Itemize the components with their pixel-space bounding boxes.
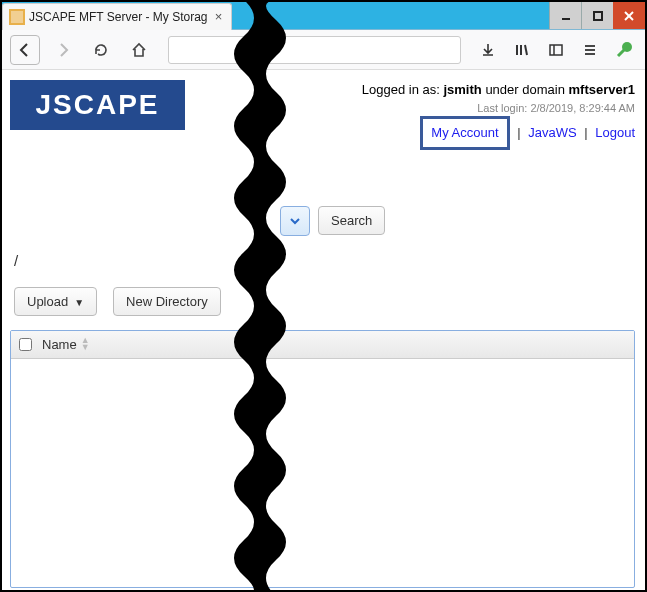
column-header-name-label: Name — [42, 337, 77, 352]
browser-tab[interactable]: JSCAPE MFT Server - My Storag × — [2, 3, 232, 30]
nav-back-button[interactable] — [10, 35, 40, 65]
column-header-name[interactable]: Name ▲▼ — [42, 337, 90, 352]
browser-toolbar — [2, 30, 645, 70]
action-row: Upload▼ New Directory — [10, 287, 635, 316]
svg-rect-9 — [550, 45, 562, 55]
breadcrumb: / — [10, 252, 635, 269]
new-directory-button[interactable]: New Directory — [113, 287, 221, 316]
login-domain: mftserver1 — [569, 82, 636, 97]
search-dropdown[interactable] — [280, 206, 310, 236]
window-controls — [549, 2, 645, 29]
url-bar[interactable] — [168, 36, 461, 64]
window-maximize-button[interactable] — [581, 2, 613, 29]
library-icon[interactable] — [509, 37, 535, 63]
upload-button[interactable]: Upload▼ — [14, 287, 97, 316]
last-login-label: Last login: — [477, 102, 530, 114]
search-button[interactable]: Search — [318, 206, 385, 235]
sidebar-icon[interactable] — [543, 37, 569, 63]
upload-button-label: Upload — [27, 294, 68, 309]
svg-rect-1 — [11, 11, 23, 23]
my-account-highlight: My Account — [420, 116, 509, 150]
nav-forward-button[interactable] — [48, 35, 78, 65]
login-prefix: Logged in as: — [362, 82, 444, 97]
login-middle: under domain — [482, 82, 569, 97]
select-all-checkbox[interactable] — [19, 338, 32, 351]
table-header: Name ▲▼ — [11, 331, 634, 359]
last-login-value: 2/8/2019, 8:29:44 AM — [530, 102, 635, 114]
nav-reload-button[interactable] — [86, 35, 116, 65]
search-row: Search — [10, 206, 635, 236]
svg-rect-3 — [594, 12, 602, 20]
separator: | — [517, 125, 520, 140]
logo-text: JSCAPE — [35, 89, 159, 121]
sort-icon: ▲▼ — [81, 337, 90, 351]
logo: JSCAPE — [10, 80, 185, 130]
caret-down-icon: ▼ — [74, 297, 84, 308]
window-minimize-button[interactable] — [549, 2, 581, 29]
page-content: JSCAPE Logged in as: jsmith under domain… — [2, 70, 645, 588]
separator: | — [584, 125, 587, 140]
tab-favicon — [9, 9, 25, 25]
javaws-link[interactable]: JavaWS — [528, 125, 576, 140]
window-titlebar: JSCAPE MFT Server - My Storag × — [2, 2, 645, 30]
nav-home-button[interactable] — [124, 35, 154, 65]
tab-close-icon[interactable]: × — [211, 10, 225, 24]
logout-link[interactable]: Logout — [595, 125, 635, 140]
window-close-button[interactable] — [613, 2, 645, 29]
login-info: Logged in as: jsmith under domain mftser… — [362, 80, 635, 150]
menu-icon[interactable] — [577, 37, 603, 63]
new-directory-button-label: New Directory — [126, 294, 208, 309]
downloads-icon[interactable] — [475, 37, 501, 63]
my-account-link[interactable]: My Account — [431, 125, 498, 140]
file-table: Name ▲▼ — [10, 330, 635, 588]
login-user: jsmith — [443, 82, 481, 97]
search-button-label: Search — [331, 213, 372, 228]
svg-line-8 — [525, 45, 527, 55]
extension-icon[interactable] — [611, 37, 637, 63]
tab-title: JSCAPE MFT Server - My Storag — [29, 10, 207, 24]
